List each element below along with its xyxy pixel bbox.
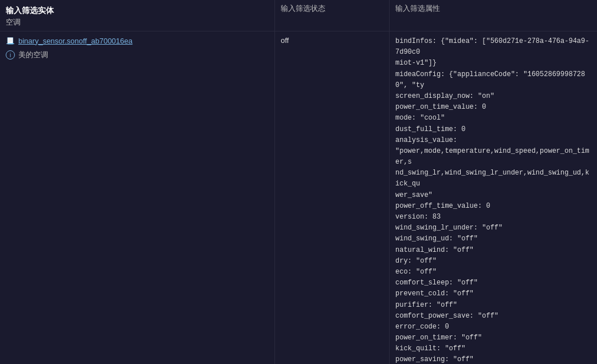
attrs-column[interactable]: bindInfos: {"midea": ["560d271e-278a-476… (390, 31, 597, 364)
header-row: 输入筛选实体 空调 输入筛选状态 输入筛选属性 (0, 0, 597, 31)
entity-link-text[interactable]: binary_sensor.sonoff_ab700016ea (18, 37, 132, 45)
info-icon: i (6, 50, 15, 60)
entity-col-label: 空调 (6, 17, 269, 27)
state-column: off (275, 31, 390, 364)
state-column-header: 输入筛选状态 (275, 0, 390, 31)
section-title: 输入筛选实体 (6, 3, 269, 17)
entity-link[interactable]: 📃 binary_sensor.sonoff_ab700016ea (6, 36, 269, 45)
entity-friendly-name: 美的空调 (18, 50, 48, 60)
state-col-label: 输入筛选状态 (281, 3, 383, 14)
state-value: off (281, 36, 383, 45)
entity-column-header: 输入筛选实体 空调 (0, 0, 275, 31)
entity-column: 📃 binary_sensor.sonoff_ab700016ea i 美的空调 (0, 31, 275, 364)
attrs-col-label: 输入筛选属性 (395, 3, 591, 14)
content-row: 📃 binary_sensor.sonoff_ab700016ea i 美的空调… (0, 31, 597, 364)
attrs-column-header: 输入筛选属性 (390, 0, 597, 31)
entity-name-row: i 美的空调 (6, 50, 269, 60)
main-container: 输入筛选实体 空调 输入筛选状态 输入筛选属性 📃 binary_sensor.… (0, 0, 597, 364)
attrs-text: bindInfos: {"midea": ["560d271e-278a-476… (395, 36, 591, 364)
document-icon: 📃 (6, 36, 15, 45)
